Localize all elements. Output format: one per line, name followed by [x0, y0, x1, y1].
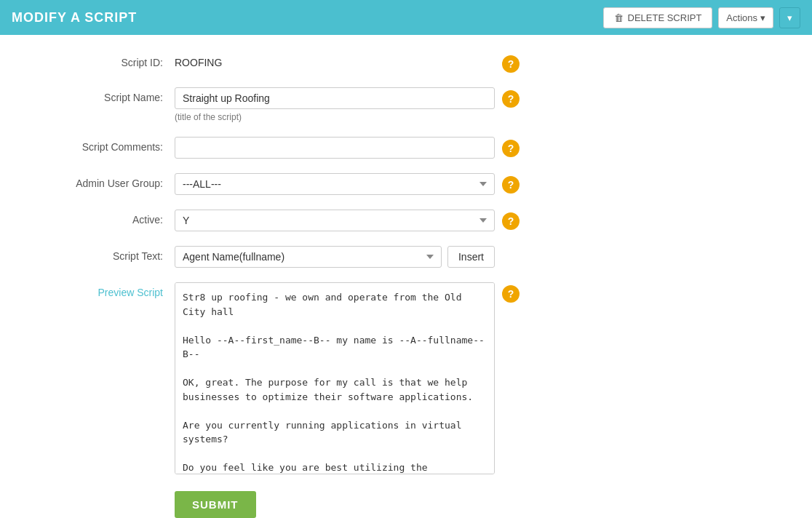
- script-comments-row: Script Comments: ?: [29, 137, 783, 159]
- script-id-row: Script ID: ROOFING ?: [29, 52, 783, 73]
- admin-user-group-help-icon[interactable]: ?: [502, 176, 520, 194]
- script-comments-field-wrap: [175, 137, 495, 159]
- script-name-sub: (title of the script): [175, 112, 495, 122]
- submit-button[interactable]: SUBMIT: [175, 491, 256, 518]
- preview-script-row: Preview Script ?: [29, 282, 783, 477]
- admin-user-group-label: Admin User Group:: [29, 173, 175, 189]
- script-comments-label: Script Comments:: [29, 137, 175, 153]
- trash-icon: 🗑: [614, 12, 624, 23]
- preview-script-field-wrap: [175, 282, 495, 477]
- script-comments-help-icon[interactable]: ?: [502, 140, 520, 157]
- script-name-row: Script Name: (title of the script) ?: [29, 87, 783, 122]
- script-text-controls: Agent Name(fullname) Agent Name(first) A…: [175, 246, 495, 268]
- preview-script-help-icon[interactable]: ?: [502, 285, 520, 303]
- header-actions: 🗑 DELETE SCRIPT Actions ▾ ▾: [603, 7, 801, 28]
- active-label: Active:: [29, 210, 175, 226]
- script-name-help-icon[interactable]: ?: [502, 90, 520, 108]
- actions-button[interactable]: Actions ▾: [718, 7, 773, 28]
- admin-user-group-select[interactable]: ---ALL--- Group A Group B: [175, 173, 495, 195]
- chevron-icon: ▾: [787, 12, 792, 23]
- script-id-help-icon[interactable]: ?: [502, 55, 520, 73]
- preview-script-link[interactable]: Preview Script: [98, 282, 163, 298]
- script-text-field-wrap: Agent Name(fullname) Agent Name(first) A…: [175, 246, 495, 268]
- script-content-textarea[interactable]: [175, 282, 495, 474]
- script-comments-input[interactable]: [175, 137, 495, 159]
- header-chevron-button[interactable]: ▾: [779, 7, 800, 28]
- script-name-field-wrap: (title of the script): [175, 87, 495, 122]
- page-header: MODIFY A SCRIPT 🗑 DELETE SCRIPT Actions …: [0, 0, 812, 35]
- submit-row: SUBMIT: [175, 491, 783, 518]
- script-text-label: Script Text:: [29, 246, 175, 262]
- script-id-label: Script ID:: [29, 52, 175, 68]
- page-title: MODIFY A SCRIPT: [12, 10, 137, 25]
- preview-script-label-wrap: Preview Script: [29, 282, 175, 298]
- admin-user-group-field-wrap: ---ALL--- Group A Group B: [175, 173, 495, 195]
- script-text-variable-select[interactable]: Agent Name(fullname) Agent Name(first) A…: [175, 246, 442, 268]
- script-name-label: Script Name:: [29, 87, 175, 103]
- active-select[interactable]: Y N: [175, 210, 495, 231]
- chevron-down-icon: ▾: [760, 12, 765, 23]
- delete-script-button[interactable]: 🗑 DELETE SCRIPT: [603, 7, 713, 28]
- insert-button[interactable]: Insert: [447, 246, 495, 268]
- active-help-icon[interactable]: ?: [502, 212, 520, 230]
- active-row: Active: Y N ?: [29, 210, 783, 231]
- admin-user-group-row: Admin User Group: ---ALL--- Group A Grou…: [29, 173, 783, 195]
- active-field-wrap: Y N: [175, 210, 495, 231]
- form-content: Script ID: ROOFING ? Script Name: (title…: [0, 35, 812, 518]
- script-id-value: ROOFING: [175, 52, 495, 68]
- script-name-input[interactable]: [175, 87, 495, 109]
- script-text-row: Script Text: Agent Name(fullname) Agent …: [29, 246, 783, 268]
